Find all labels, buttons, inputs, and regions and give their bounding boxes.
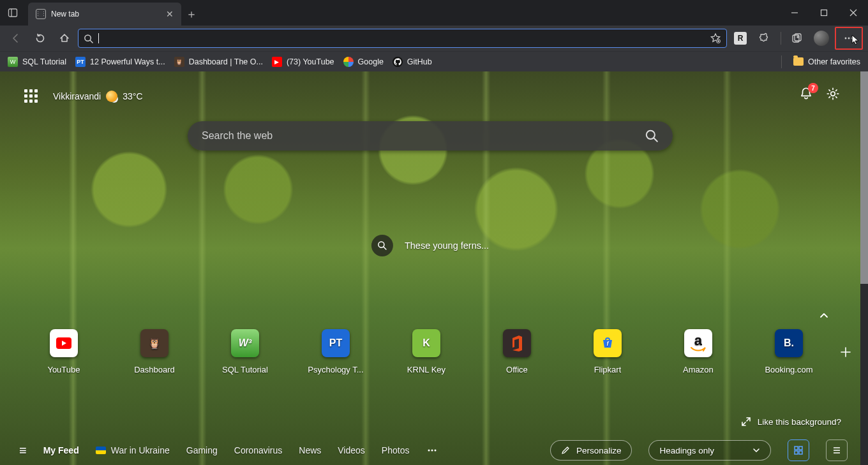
image-description[interactable]: These young ferns... [371, 235, 489, 256]
tile-dashboard[interactable]: 🦉 Dashboard [130, 329, 179, 374]
svg-line-22 [384, 247, 386, 249]
tile-booking[interactable]: B. Booking.com [765, 329, 813, 374]
home-button[interactable] [54, 27, 75, 49]
sql-icon: W³ [231, 329, 259, 357]
bookmark-dashboard[interactable]: 🦉 Dashboard | The O... [174, 57, 263, 67]
layout-dropdown[interactable]: Headings only [648, 440, 771, 461]
bookmark-youtube[interactable]: ▶ (73) YouTube [272, 57, 334, 67]
refresh-button[interactable] [29, 27, 51, 49]
web-search-box[interactable] [188, 121, 673, 151]
text-cursor [98, 33, 99, 43]
tile-psychology[interactable]: PT Psychology T... [311, 329, 360, 374]
expand-icon [741, 417, 751, 427]
tile-office[interactable]: Office [493, 329, 541, 374]
krnl-icon: K [412, 329, 440, 357]
add-tile-button[interactable] [836, 343, 855, 362]
svg-line-20 [654, 138, 657, 142]
collections-button[interactable] [786, 27, 808, 49]
flipkart-icon: f [594, 329, 622, 357]
bookmark-github[interactable]: GitHub [393, 57, 432, 67]
google-icon [343, 57, 354, 67]
tile-sql[interactable]: W³ SQL Tutorial [221, 329, 269, 374]
new-tab-page: Vikkiravandi 33°C 7 These young ferns... [0, 71, 860, 465]
feed-videos[interactable]: Videos [338, 445, 365, 455]
feed-more-button[interactable] [426, 444, 438, 457]
feed-menu-button[interactable]: ≡ [19, 443, 27, 458]
tab-label: New tab [51, 10, 161, 18]
svg-rect-31 [795, 447, 798, 450]
tab-close-button[interactable]: ✕ [166, 9, 174, 19]
window-controls [780, 0, 868, 26]
booking-icon: B. [775, 329, 803, 357]
bookmark-sql-tutorial[interactable]: W SQL Tutorial [8, 57, 66, 67]
pt-icon: PT [322, 329, 350, 357]
tab-new[interactable]: ⋮⋮ New tab ✕ [28, 3, 181, 26]
chevron-down-icon [752, 447, 760, 454]
feed-war[interactable]: War in Ukraine [96, 445, 170, 455]
vertical-tabs-button[interactable] [0, 0, 26, 26]
extensions-button[interactable] [754, 27, 775, 49]
tile-krnl[interactable]: K KRNL Key [402, 329, 451, 374]
owl-icon: 🦉 [140, 329, 168, 357]
like-background-button[interactable]: Like this background? [741, 417, 841, 427]
svg-point-18 [831, 92, 835, 96]
favorite-star-icon[interactable] [710, 33, 721, 44]
settings-button[interactable] [826, 87, 840, 101]
title-bar: ⋮⋮ New tab ✕ ＋ [0, 0, 868, 26]
settings-menu-button[interactable] [835, 27, 863, 50]
feed-gaming[interactable]: Gaming [186, 445, 218, 455]
feed-corona[interactable]: Coronavirus [234, 445, 282, 455]
ext-r-button[interactable]: R [730, 27, 751, 49]
maximize-button[interactable] [809, 0, 839, 26]
github-icon [393, 57, 403, 67]
tab-strip: ⋮⋮ New tab ✕ ＋ [26, 0, 202, 26]
feed-photos[interactable]: Photos [382, 445, 410, 455]
location-label: Vikkiravandi [53, 91, 101, 101]
pencil-icon [561, 446, 570, 455]
scrollbar-thumb[interactable] [860, 71, 868, 284]
notifications-button[interactable]: 7 [799, 87, 813, 101]
list-view-button[interactable] [826, 439, 848, 461]
svg-point-15 [845, 38, 847, 40]
svg-rect-32 [799, 447, 802, 450]
search-icon[interactable] [645, 129, 659, 143]
pt-icon: PT [75, 57, 86, 67]
svg-rect-33 [795, 451, 798, 454]
collapse-tiles-button[interactable] [814, 306, 834, 325]
minimize-button[interactable] [780, 0, 809, 26]
ntp-header: Vikkiravandi 33°C [24, 89, 143, 103]
tile-flipkart[interactable]: f Flipkart [583, 329, 632, 374]
bookmark-12-powerful[interactable]: PT 12 Powerful Ways t... [75, 57, 165, 67]
new-tab-button[interactable]: ＋ [181, 3, 202, 26]
svg-point-16 [848, 38, 850, 40]
location-weather[interactable]: Vikkiravandi 33°C [53, 91, 143, 102]
search-icon [84, 34, 93, 43]
app-launcher-button[interactable] [24, 89, 38, 103]
youtube-icon [50, 329, 78, 357]
bookmark-google[interactable]: Google [343, 57, 384, 67]
other-favorites-button[interactable]: Other favorites [793, 57, 860, 66]
amazon-icon: a [684, 329, 712, 357]
notif-badge: 7 [808, 83, 818, 93]
svg-point-28 [428, 450, 430, 452]
temperature-label: 33°C [123, 91, 142, 101]
grid-view-button[interactable] [788, 439, 809, 461]
nav-bar: R [0, 26, 868, 51]
sql-icon: W [8, 57, 18, 67]
svg-rect-34 [799, 451, 802, 454]
personalize-button[interactable]: Personalize [550, 440, 632, 461]
bookmark-bar: W SQL Tutorial PT 12 Powerful Ways t... … [0, 51, 868, 71]
tile-amazon[interactable]: a Amazon [674, 329, 722, 374]
close-window-button[interactable] [839, 0, 868, 26]
r-icon: R [734, 32, 747, 45]
tile-youtube[interactable]: YouTube [40, 329, 88, 374]
web-search-input[interactable] [202, 130, 645, 142]
image-search-icon[interactable] [371, 235, 393, 256]
back-button[interactable] [5, 27, 27, 49]
profile-button[interactable] [811, 27, 832, 49]
mouse-cursor-icon [851, 34, 860, 46]
svg-point-29 [431, 450, 433, 452]
address-bar[interactable] [78, 29, 727, 48]
vertical-scrollbar[interactable] [860, 71, 868, 465]
feed-news[interactable]: News [299, 445, 321, 455]
